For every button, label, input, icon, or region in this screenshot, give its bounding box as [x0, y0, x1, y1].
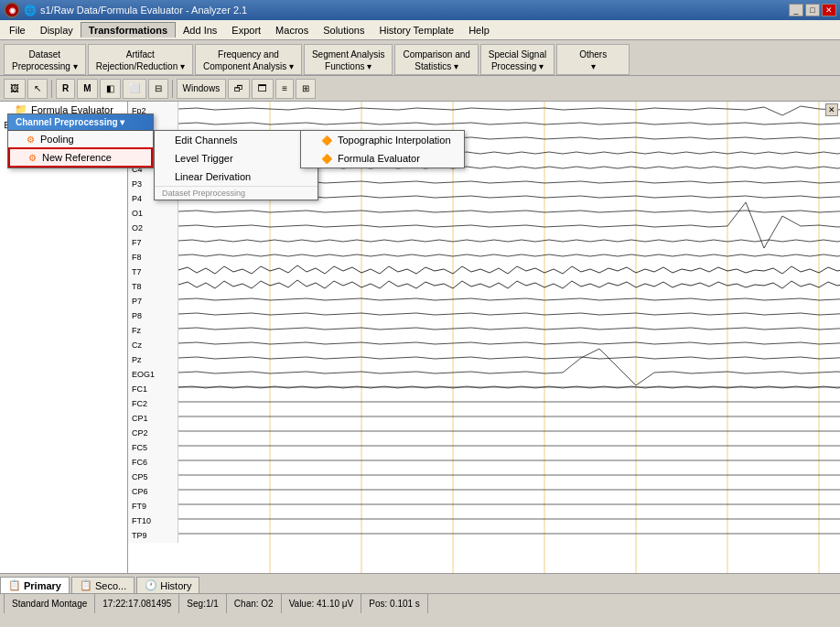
toolbar-cursor-btn[interactable]: ↖: [27, 79, 48, 99]
eeg-close-button[interactable]: ✕: [825, 103, 838, 116]
ribbon-special-signal[interactable]: Special Signal Processing ▾: [480, 44, 555, 75]
bottom-tabs: 📋 Primary 📋 Seco... 🕐 History: [0, 573, 840, 593]
channel-p8: P8: [128, 308, 178, 323]
toolbar: 🖼 ↖ R M ◧ ⬜ ⊟ Windows 🗗 🗖 ≡ ⊞: [0, 76, 840, 102]
menu-macros[interactable]: Macros: [268, 23, 316, 38]
toolbar-page-btn[interactable]: ◧: [100, 79, 121, 99]
toolbar-win3[interactable]: ≡: [275, 79, 294, 99]
minimize-button[interactable]: _: [789, 4, 803, 16]
level-trigger-label: Level Trigger: [175, 153, 233, 164]
secondary-tab-icon: 📋: [80, 579, 92, 591]
channel-eog1: EOG1: [128, 367, 178, 382]
toolbar-icon-btn-1[interactable]: 🖼: [4, 79, 26, 99]
toolbar-sep-1: [51, 80, 52, 98]
channel-preprocessing-submenu2: 🔶 Topographic Interpolation 🔶 Formula Ev…: [300, 130, 465, 168]
channel-f7: F7: [128, 235, 178, 250]
status-time: 17:22:17.081495: [95, 594, 179, 613]
window-title: s1/Raw Data/Formula Evaluator - Analyzer…: [40, 5, 247, 16]
tab-primary[interactable]: 📋 Primary: [0, 577, 70, 593]
menu-display[interactable]: Display: [33, 23, 81, 38]
toolbar-box-btn[interactable]: ⬜: [123, 79, 146, 99]
toolbar-m-btn[interactable]: M: [77, 79, 97, 99]
secondary-tab-label: Seco...: [95, 580, 126, 591]
status-segment: Seg:1/1: [179, 594, 226, 613]
toolbar-win4[interactable]: ⊞: [296, 79, 316, 99]
tab-secondary[interactable]: 📋 Seco...: [71, 577, 135, 593]
channel-t8: T8: [128, 279, 178, 294]
channel-cz: Cz: [128, 338, 178, 352]
topographic-interpolation-label: Topographic Interpolation: [338, 135, 451, 146]
channel-t7: T7: [128, 265, 178, 279]
close-button[interactable]: ✕: [822, 4, 836, 16]
pooling-item[interactable]: ⚙ Pooling: [8, 131, 153, 147]
status-value: Value: 41.10 μV: [282, 594, 362, 613]
level-trigger-item[interactable]: Level Trigger: [155, 149, 318, 168]
channel-preprocessing-submenu1: Edit Channels Level Trigger Linear Deriv…: [154, 130, 318, 200]
status-channel: Chan: O2: [227, 594, 282, 613]
menu-addins[interactable]: Add Ins: [176, 23, 224, 38]
channel-o2: O2: [128, 221, 178, 235]
channel-o1: O1: [128, 206, 178, 221]
channel-cp5: CP5: [128, 470, 178, 484]
left-panel: 📁 Formula Evaluator ⊞ 📁 s2: [0, 102, 128, 573]
channel-fc5: FC5: [128, 440, 178, 455]
windows-label[interactable]: Windows: [177, 79, 227, 99]
pooling-label: Pooling: [40, 134, 74, 145]
new-reference-gear-icon: ⚙: [28, 153, 37, 163]
toolbar-r-btn[interactable]: R: [56, 79, 75, 99]
title-bar: ◉ 🌐 s1/Raw Data/Formula Evaluator - Anal…: [0, 0, 840, 20]
channel-tp9: TP9: [128, 528, 178, 543]
restore-button[interactable]: □: [805, 4, 820, 16]
toolbar-sep-2: [172, 80, 173, 98]
topographic-interpolation-item[interactable]: 🔶 Topographic Interpolation: [301, 131, 464, 149]
channel-fc1: FC1: [128, 382, 178, 396]
menu-file[interactable]: File: [2, 23, 33, 38]
ribbon-comparison-statistics[interactable]: Comparison and Statistics ▾: [394, 44, 478, 75]
topo-icon: 🔶: [321, 135, 332, 146]
menu-help[interactable]: Help: [461, 23, 497, 38]
formula-icon: 🔶: [321, 154, 332, 164]
toolbar-win2[interactable]: 🗖: [252, 79, 274, 99]
ribbon: Dataset Preprocessing ▾ Artifact Rejecti…: [0, 40, 840, 76]
primary-tab-icon: 📋: [8, 579, 21, 591]
menu-bar: File Display Transformations Add Ins Exp…: [0, 20, 840, 40]
formula-evaluator-item[interactable]: 🔶 Formula Evaluator: [301, 149, 464, 168]
status-position: Pos: 0.101 s: [361, 594, 428, 613]
channel-ft10: FT10: [128, 513, 178, 528]
menu-export[interactable]: Export: [224, 23, 268, 38]
channel-fz: Fz: [128, 323, 178, 338]
channel-preprocessing-header[interactable]: Channel Preprocessing ▾: [8, 114, 153, 131]
dataset-preproc-label: Dataset Preprocessing: [155, 186, 318, 200]
menu-solutions[interactable]: Solutions: [316, 23, 372, 38]
history-tab-label: History: [160, 580, 191, 591]
primary-tab-label: Primary: [24, 580, 61, 591]
ribbon-segment-analysis[interactable]: Segment Analysis Functions ▾: [304, 44, 393, 75]
linear-derivation-item[interactable]: Linear Derivation: [155, 168, 318, 186]
edit-channels-label: Edit Channels: [175, 135, 238, 146]
ribbon-artifact-rejection[interactable]: Artifact Rejection/Reduction ▾: [88, 44, 193, 75]
menu-history-template[interactable]: History Template: [372, 23, 461, 38]
pooling-gear-icon: ⚙: [27, 135, 35, 145]
toolbar-grid-btn[interactable]: ⊟: [148, 79, 168, 99]
ribbon-dataset-preprocessing[interactable]: Dataset Preprocessing ▾: [4, 44, 86, 75]
channel-cp1: CP1: [128, 411, 178, 426]
channel-fc6: FC6: [128, 455, 178, 470]
channel-ft9: FT9: [128, 499, 178, 513]
menu-transformations[interactable]: Transformations: [81, 22, 176, 38]
channel-fc2: FC2: [128, 396, 178, 411]
toolbar-win1[interactable]: 🗗: [228, 79, 250, 99]
channel-cp2: CP2: [128, 426, 178, 440]
tab-history[interactable]: 🕐 History: [136, 577, 199, 593]
ribbon-others[interactable]: Others ▾: [556, 44, 630, 75]
channel-preprocessing-dropdown: Channel Preprocessing ▾ ⚙ Pooling ⚙ New …: [7, 114, 154, 168]
linear-derivation-label: Linear Derivation: [175, 171, 251, 182]
edit-channels-item[interactable]: Edit Channels: [155, 131, 318, 149]
new-reference-item[interactable]: ⚙ New Reference: [8, 147, 153, 168]
new-reference-label: New Reference: [42, 152, 112, 163]
app-logo: ◉: [4, 2, 20, 18]
channel-f8: F8: [128, 250, 178, 265]
ribbon-frequency-component[interactable]: Frequency and Component Analysis ▾: [195, 44, 302, 75]
channel-cp6: CP6: [128, 484, 178, 499]
history-tab-icon: 🕐: [145, 579, 157, 591]
channel-pz: Pz: [128, 352, 178, 367]
